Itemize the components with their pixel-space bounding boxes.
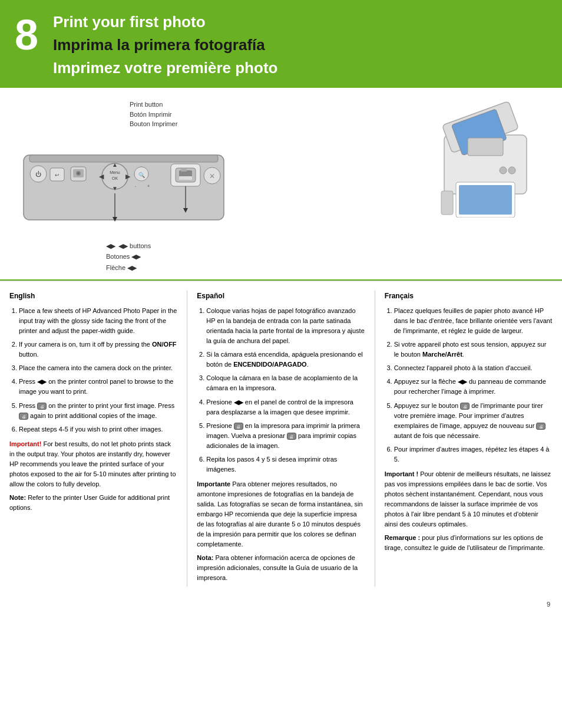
buttons-label-fr: Flèche ◀▶ (106, 262, 409, 274)
svg-text:🔍: 🔍 (138, 172, 146, 179)
svg-text:+: + (147, 183, 150, 189)
svg-text:Menu: Menu (110, 170, 120, 174)
english-step-6: Repeat steps 4-5 if you wish to print ot… (19, 424, 177, 434)
print-icon-en2: 🖨 (19, 413, 28, 420)
english-step-4: Press ◀▶ on the printer control panel to… (19, 377, 177, 397)
title-french: Imprimez votre première photo (53, 59, 550, 77)
print-button-label-es: Botón Imprimir (130, 110, 409, 120)
bottom-labels: ◀▶ ◀▶ buttons Botones ◀▶ Flèche ◀▶ (106, 241, 409, 274)
spanish-step-1: Coloque varias hojas de papel fotográfic… (206, 306, 365, 346)
print-button-label-en: Print button (130, 100, 409, 110)
svg-text:▶: ▶ (125, 173, 131, 180)
svg-text:-: - (135, 183, 137, 189)
svg-rect-37 (468, 138, 503, 156)
french-step-3: Connectez l'appareil photo à la station … (394, 363, 553, 373)
english-step-1: Place a few sheets of HP Advanced Photo … (19, 306, 177, 336)
french-step-1: Placez quelques feuilles de papier photo… (394, 306, 553, 336)
chapter-number: 8 (0, 11, 53, 56)
french-step-6: Pour imprimer d'autres images, répétez l… (394, 444, 553, 465)
svg-point-9 (77, 172, 80, 174)
column-english: English Place a few sheets of HP Advance… (0, 291, 187, 587)
svg-point-39 (508, 167, 515, 174)
spanish-step-6: Repita los pasos 4 y 5 si desea imprimir… (206, 454, 365, 475)
diagram-labels: Print button Botón Imprimir Bouton Impri… (130, 100, 409, 129)
arrow-left-right-icon-en: ◀▶ (106, 242, 115, 249)
svg-text:✕: ✕ (209, 172, 215, 180)
print-icon-fr1: 🖨 (460, 403, 470, 410)
column-french: Français Placez quelques feuilles de pap… (375, 291, 562, 587)
svg-text:↩: ↩ (55, 172, 59, 178)
svg-rect-36 (459, 185, 512, 215)
svg-text:▲: ▲ (112, 162, 118, 168)
diagram-left: Print button Botón Imprimir Bouton Impri… (12, 100, 409, 274)
french-remarque: Remarque : pour plus d'informations sur … (385, 533, 553, 553)
svg-rect-40 (441, 191, 453, 215)
french-step-2: Si votre appareil photo est sous tension… (394, 340, 553, 360)
svg-rect-1 (29, 155, 218, 162)
svg-text:OK: OK (112, 176, 118, 180)
buttons-label-es: Botones ◀▶ (106, 251, 409, 262)
diagram-section: Print button Botón Imprimir Bouton Impri… (0, 88, 562, 281)
print-icon-fr2: 🖨 (536, 423, 546, 430)
spanish-important: Importante Para obtener mejores resultad… (197, 479, 365, 549)
english-note: Note: Refer to the printer User Guide fo… (9, 493, 177, 513)
english-step-5: Press 🖨 on the printer to print your fir… (19, 401, 177, 421)
page-number: 9 (0, 596, 562, 612)
print-icon-es1: 🖨 (234, 423, 243, 430)
svg-rect-24 (181, 169, 187, 172)
french-steps: Placez quelques feuilles de papier photo… (385, 306, 553, 465)
buttons-label-en: ◀▶ ◀▶ buttons (106, 241, 409, 252)
french-step-4: Appuyez sur la flèche ◀▶ du panneau de c… (394, 377, 553, 397)
print-button-label-fr: Bouton Imprimer (130, 119, 409, 129)
spanish-steps: Coloque varias hojas de papel fotográfic… (197, 306, 365, 475)
english-step-3: Place the camera into the camera dock on… (19, 363, 177, 373)
spanish-step-3: Coloque la cámara en la base de acoplami… (206, 373, 365, 393)
spanish-title: Español (197, 291, 365, 302)
svg-point-38 (500, 167, 507, 174)
french-important: Important ! Pour obtenir de meilleurs ré… (385, 469, 553, 529)
spanish-step-2: Si la cámara está encendida, apáguela pr… (206, 350, 365, 370)
print-icon-en1: 🖨 (37, 403, 47, 410)
printer-photo-svg (427, 100, 544, 218)
title-english: Print your first photo (53, 13, 550, 31)
english-steps: Place a few sheets of HP Advanced Photo … (9, 306, 177, 434)
svg-text:▼: ▼ (112, 185, 118, 192)
column-spanish: Español Coloque varias hojas de papel fo… (187, 291, 375, 587)
print-icon-es2: 🖨 (287, 433, 296, 440)
svg-text:◀: ◀ (99, 173, 104, 180)
svg-text:⏻: ⏻ (35, 171, 41, 177)
content-columns: English Place a few sheets of HP Advance… (0, 281, 562, 597)
printer-image-right (421, 100, 550, 218)
header-titles: Print your first photo Imprima la primer… (53, 11, 550, 77)
printer-control-panel-svg: ⏻ ↩ Menu OK ◀ ▶ ▲ ▼ 🔍 - (12, 131, 236, 241)
svg-rect-25 (179, 176, 192, 180)
english-step-2: If your camera is on, turn it off by pre… (19, 340, 177, 360)
french-step-5: Appuyez sur le bouton 🖨 de l'imprimante … (394, 401, 553, 441)
english-important: Important! For best results, do not let … (9, 439, 177, 489)
english-title: English (9, 291, 177, 302)
spanish-step-4: Presione ◀▶ en el panel de control de la… (206, 397, 365, 417)
french-title: Français (385, 291, 553, 302)
title-spanish: Imprima la primera fotografía (53, 36, 550, 54)
page-header: 8 Print your first photo Imprima la prim… (0, 0, 562, 88)
spanish-nota: Nota: Para obtener información acerca de… (197, 553, 365, 583)
spanish-step-5: Presione 🖨 en la impresora para imprimir… (206, 421, 365, 451)
